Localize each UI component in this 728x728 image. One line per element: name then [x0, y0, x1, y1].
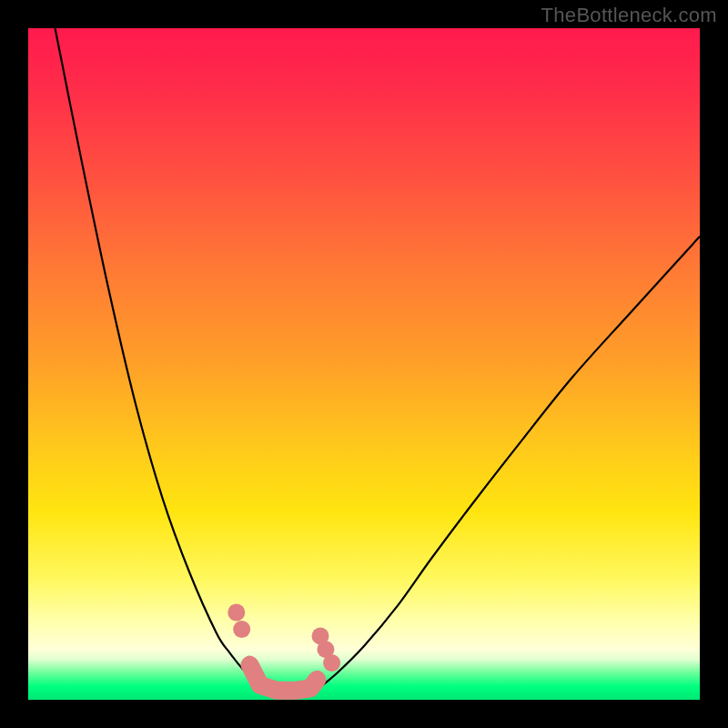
trough-highlight [250, 665, 318, 691]
chart-svg [28, 28, 700, 700]
watermark-text: TheBottleneck.com [541, 4, 717, 27]
data-marker [233, 621, 250, 638]
left-curve [56, 28, 267, 690]
outer-frame: TheBottleneck.com [0, 0, 728, 728]
data-marker [228, 604, 245, 622]
data-marker [323, 654, 340, 672]
right-curve [317, 237, 700, 690]
